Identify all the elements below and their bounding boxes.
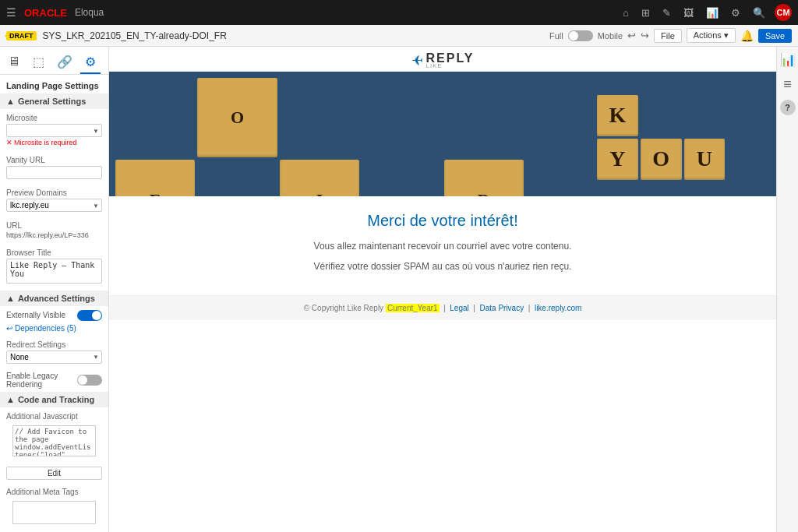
legacy-rendering-toggle[interactable] bbox=[77, 374, 102, 386]
preview-domains-label: Preview Domains bbox=[6, 188, 102, 197]
meta-tags-label: Additional Meta Tags bbox=[6, 488, 102, 496]
preview-line2: Vérifiez votre dossier SPAM au cas où vo… bbox=[125, 259, 761, 273]
dependencies-row: ↩ Dependencies (5) bbox=[0, 324, 108, 336]
copyright-text: © Copyright Like Reply bbox=[304, 304, 383, 312]
hamburger-menu[interactable]: ☰ bbox=[6, 6, 16, 19]
sidebar-tabs: 🖥 ⬚ 🔗 ⚙ bbox=[0, 47, 108, 75]
tile bbox=[727, 139, 768, 180]
additional-js-input[interactable]: // Add Favicon to the page window.addEve… bbox=[12, 425, 96, 456]
user-avatar[interactable]: CM bbox=[775, 4, 792, 21]
notification-icon[interactable]: 🔔 bbox=[740, 30, 754, 42]
undo-icon[interactable]: ↩ bbox=[627, 30, 636, 41]
tile bbox=[362, 160, 441, 196]
microsite-label: Microsite bbox=[6, 114, 102, 122]
sidebar-title: Landing Page Settings bbox=[0, 75, 108, 93]
tile-U2: U bbox=[684, 139, 726, 180]
tab-settings[interactable]: ⚙ bbox=[80, 51, 101, 74]
file-button[interactable]: File bbox=[654, 29, 682, 43]
browser-title-input[interactable]: Like Reply – Thank You bbox=[6, 259, 102, 284]
code-tracking-arrow: ▲ bbox=[6, 395, 15, 404]
tab-links[interactable]: 🔗 bbox=[52, 51, 77, 74]
dependencies-icon: ↩ bbox=[6, 324, 12, 333]
externally-visible-row: Externally Visible bbox=[0, 306, 108, 324]
additional-js-label: Additional Javascript bbox=[6, 412, 102, 421]
preview-header-image: O E I D O bbox=[109, 72, 776, 196]
draft-badge: DRAFT bbox=[6, 31, 37, 41]
preview-inner: ✈ REPLY LIKE O bbox=[109, 47, 776, 532]
image-icon[interactable]: 🖼 bbox=[680, 5, 697, 20]
actions-button[interactable]: Actions ▾ bbox=[687, 28, 736, 43]
full-view-label: Full bbox=[549, 31, 563, 41]
meta-tags-input[interactable] bbox=[12, 501, 96, 524]
mobile-view-label: Mobile bbox=[598, 31, 623, 41]
tab-layout[interactable]: ⬚ bbox=[28, 51, 49, 74]
oracle-brand: ORACLE bbox=[24, 7, 67, 19]
save-button[interactable]: Save bbox=[758, 29, 792, 43]
preview-area: ✈ REPLY LIKE O bbox=[109, 47, 776, 532]
dependencies-link[interactable]: Dependencies (5) bbox=[15, 324, 76, 333]
tile-O2: O bbox=[641, 139, 682, 180]
legal-link[interactable]: Legal bbox=[450, 304, 468, 312]
preview-title: Merci de votre intérêt! bbox=[125, 212, 761, 230]
like-reply-link[interactable]: like.reply.com bbox=[535, 304, 581, 312]
legacy-rendering-row: Enable Legacy Rendering bbox=[0, 368, 108, 392]
microsite-error: ✕ Microsite is required bbox=[6, 139, 102, 146]
help-icon[interactable]: ? bbox=[780, 100, 796, 115]
general-settings-header[interactable]: ▲ General Settings bbox=[0, 93, 108, 109]
tab-display[interactable]: 🖥 bbox=[3, 51, 25, 74]
general-settings-arrow: ▲ bbox=[6, 97, 15, 106]
top-nav-icons: ⌂ ⊞ ✎ 🖼 📊 ⚙ 🔍 CM bbox=[620, 4, 792, 21]
url-group: URL https://lkc.reply.eu/LP=336 bbox=[0, 217, 108, 244]
tile bbox=[115, 78, 195, 157]
preview-body: Merci de votre intérêt! Vous allez maint… bbox=[109, 196, 776, 295]
browser-title-label: Browser Title bbox=[6, 248, 102, 257]
preview-line1: Vous allez maintenant recevoir un courri… bbox=[125, 239, 761, 253]
tile: I bbox=[280, 160, 359, 196]
externally-visible-toggle[interactable] bbox=[77, 309, 102, 321]
vanity-url-input[interactable] bbox=[6, 166, 102, 179]
year-highlight: Current_Year1 bbox=[386, 304, 440, 312]
gear-icon[interactable]: ⚙ bbox=[728, 5, 743, 20]
preview-domains-select[interactable]: lkc.reply.eu bbox=[6, 199, 102, 212]
redirect-settings-group: Redirect Settings None bbox=[0, 336, 108, 368]
tile-K: K bbox=[597, 95, 638, 136]
tile: O bbox=[197, 78, 277, 157]
home-icon[interactable]: ⌂ bbox=[620, 5, 632, 20]
tile bbox=[362, 78, 441, 157]
vanity-url-label: Vanity URL bbox=[6, 156, 102, 164]
url-label: URL bbox=[6, 221, 102, 230]
draft-title: SYS_LKR_202105_EN_TY-already-DOI_FR bbox=[43, 30, 543, 41]
url-value: https://lkc.reply.eu/LP=336 bbox=[6, 231, 102, 239]
tile bbox=[684, 95, 726, 136]
redo-icon[interactable]: ↪ bbox=[641, 30, 649, 41]
view-toggle[interactable] bbox=[568, 30, 593, 41]
code-tracking-header[interactable]: ▲ Code and Tracking bbox=[0, 392, 108, 407]
meta-tags-group: Additional Meta Tags bbox=[0, 483, 108, 532]
chart-bar-icon[interactable]: 📊 bbox=[779, 50, 797, 69]
eloqua-brand: Eloqua bbox=[75, 7, 104, 18]
redirect-settings-select[interactable]: None bbox=[6, 351, 102, 364]
left-sidebar: 🖥 ⬚ 🔗 ⚙ Landing Page Settings ▲ General … bbox=[0, 47, 109, 532]
search-icon[interactable]: 🔍 bbox=[750, 5, 768, 20]
apps-icon[interactable]: ⊞ bbox=[638, 5, 653, 20]
microsite-select[interactable] bbox=[6, 124, 102, 137]
tile bbox=[641, 95, 682, 136]
chart-icon[interactable]: 📊 bbox=[703, 5, 722, 20]
microsite-group: Microsite ✕ Microsite is required bbox=[0, 109, 108, 151]
tile-Y2: Y bbox=[597, 139, 638, 180]
tile bbox=[444, 78, 524, 157]
advanced-settings-header[interactable]: ▲ Advanced Settings bbox=[0, 291, 108, 306]
preview-footer: © Copyright Like Reply Current_Year1 | L… bbox=[109, 295, 776, 320]
far-right-panel: 📊 ≡ ? bbox=[776, 47, 798, 532]
tile: D bbox=[444, 160, 524, 196]
tile bbox=[197, 160, 277, 196]
code-tracking-label: Code and Tracking bbox=[18, 395, 94, 404]
edit-icon[interactable]: ✎ bbox=[659, 5, 674, 20]
data-privacy-link[interactable]: Data Privacy bbox=[480, 304, 524, 312]
list-icon[interactable]: ≡ bbox=[779, 75, 797, 93]
main-layout: 🖥 ⬚ 🔗 ⚙ Landing Page Settings ▲ General … bbox=[0, 47, 798, 532]
edit-button[interactable]: Edit bbox=[6, 467, 102, 480]
preview-domains-group: Preview Domains lkc.reply.eu bbox=[0, 184, 108, 217]
tile bbox=[280, 78, 359, 157]
additional-js-group: Additional Javascript // Add Favicon to … bbox=[0, 407, 108, 467]
